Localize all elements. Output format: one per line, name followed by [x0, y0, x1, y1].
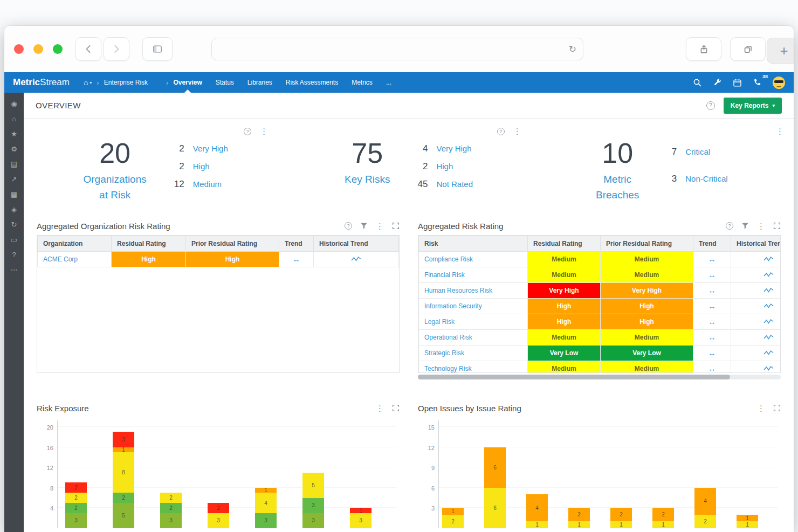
bar-segment-orange[interactable]: 2 — [568, 508, 590, 521]
bar-segment-yellow[interactable]: 1 — [737, 521, 758, 528]
bar-segment-yellow[interactable]: 8 — [113, 452, 134, 493]
bar-segment-orange[interactable]: 2 — [652, 508, 674, 521]
expand-icon[interactable] — [392, 404, 400, 412]
historical-trend-icon[interactable] — [731, 361, 781, 374]
nav-tab-status[interactable]: Status — [216, 79, 234, 86]
bar-segment-yellow[interactable]: 5 — [302, 473, 324, 498]
column-header[interactable]: Prior Residual Rating — [186, 236, 279, 252]
horizontal-scrollbar[interactable] — [418, 375, 781, 379]
new-tab-button[interactable]: + — [767, 38, 794, 64]
bar-segment-orange[interactable]: 1 — [113, 447, 134, 452]
nav-tab-overview[interactable]: Overview — [173, 79, 202, 86]
more-icon[interactable]: ⋯ — [11, 266, 18, 273]
reload-icon[interactable]: ↻ — [569, 44, 576, 55]
expand-icon[interactable] — [773, 222, 781, 230]
risk-link[interactable]: Operational Risk — [419, 330, 528, 346]
column-header[interactable]: Risk — [419, 236, 528, 252]
bar-segment-green[interactable]: 2 — [113, 493, 134, 503]
historical-trend-icon[interactable] — [731, 330, 781, 346]
bar-segment-red[interactable]: 2 — [208, 503, 229, 513]
breadcrumb-enterprise-risk[interactable]: Enterprise Risk — [104, 79, 148, 86]
bar-segment-dgreen[interactable]: 3 — [160, 513, 182, 528]
browser-forward-button[interactable] — [104, 37, 129, 61]
column-header[interactable]: Trend — [279, 236, 314, 252]
historical-trend-icon[interactable] — [731, 299, 781, 314]
nav-tab-libraries[interactable]: Libraries — [247, 79, 272, 86]
bar-segment-dgreen[interactable]: 3 — [302, 513, 324, 528]
column-header[interactable]: Residual Rating — [112, 236, 186, 252]
report-icon[interactable]: ▤ — [11, 161, 17, 168]
help-icon[interactable]: ? — [497, 128, 505, 135]
bar-segment-orange[interactable]: 1 — [442, 508, 464, 515]
filter-icon[interactable] — [741, 222, 749, 230]
bar-segment-red[interactable]: 1 — [350, 508, 372, 513]
bar-segment-yellow[interactable]: 1 — [568, 521, 590, 528]
bar-segment-orange[interactable]: 1 — [737, 515, 758, 522]
bar-segment-green[interactable]: 3 — [255, 513, 277, 528]
breakdown-label[interactable]: Very High — [193, 144, 228, 153]
close-window-button[interactable] — [14, 44, 24, 54]
calendar-icon[interactable] — [733, 78, 742, 87]
column-header[interactable]: Trend — [693, 236, 731, 252]
nav-tab-more[interactable]: ... — [386, 79, 391, 86]
tab-overview-button[interactable] — [730, 37, 766, 61]
risk-link[interactable]: Compliance Risk — [419, 252, 528, 267]
bar-segment-yellow[interactable]: 2 — [65, 493, 87, 503]
chart-icon[interactable]: ↗ — [11, 176, 17, 183]
risk-link[interactable]: Information Security — [419, 299, 528, 314]
column-header[interactable]: Organization — [38, 236, 112, 252]
historical-trend-icon[interactable] — [731, 314, 781, 330]
risk-link[interactable]: Financial Risk — [419, 267, 528, 283]
column-header[interactable]: Prior Residual Rating — [601, 236, 693, 252]
bar-segment-yellow[interactable]: 2 — [694, 515, 716, 528]
archive-icon[interactable]: ▭ — [11, 236, 17, 243]
bar-segment-yellow[interactable]: 2 — [442, 515, 464, 528]
nav-tab-risk-assessments[interactable]: Risk Assessments — [286, 79, 338, 86]
favorites-icon[interactable]: ★ — [11, 130, 17, 137]
kebab-menu-icon[interactable]: ⋮ — [513, 127, 521, 135]
historical-trend-icon[interactable] — [731, 252, 781, 267]
kebab-menu-icon[interactable]: ⋮ — [757, 404, 765, 412]
breakdown-label[interactable]: Non-Critical — [685, 174, 727, 183]
bar-segment-dgreen[interactable]: 5 — [113, 503, 134, 528]
breakdown-label[interactable]: High — [436, 162, 453, 171]
bar-segment-red[interactable]: 2 — [65, 482, 87, 493]
scrollbar-thumb[interactable] — [418, 375, 730, 379]
bar-segment-yellow[interactable]: 1 — [652, 521, 674, 528]
breakdown-label[interactable]: Very High — [436, 144, 471, 153]
home-icon[interactable]: ⌂ — [12, 115, 16, 122]
tools-icon[interactable] — [713, 78, 722, 87]
bar-segment-yellow[interactable]: 1 — [610, 521, 632, 528]
column-header[interactable]: Residual Rating — [528, 236, 601, 252]
address-bar[interactable]: ↻ — [211, 38, 583, 60]
breakdown-label[interactable]: High — [193, 162, 210, 171]
bar-segment-red[interactable]: 3 — [113, 432, 134, 447]
risk-icon[interactable]: ◈ — [11, 206, 17, 213]
help-icon[interactable]: ? — [244, 128, 251, 135]
bar-segment-yellow[interactable]: 1 — [526, 521, 548, 528]
home-icon[interactable]: ⌂▾ — [84, 78, 92, 87]
help-icon[interactable]: ? — [726, 222, 733, 230]
column-header[interactable]: Historical Trend — [314, 236, 399, 252]
kebab-menu-icon[interactable]: ⋮ — [376, 404, 384, 412]
bar-segment-yellow[interactable]: 2 — [160, 493, 182, 503]
historical-trend-icon[interactable] — [731, 267, 781, 283]
help-icon[interactable]: ? — [12, 251, 16, 258]
risk-link[interactable]: Legal Risk — [419, 314, 528, 330]
kebab-menu-icon[interactable]: ⋮ — [776, 127, 784, 135]
stat-label[interactable]: Organizations at Risk — [84, 172, 147, 203]
help-icon[interactable]: ? — [706, 101, 715, 110]
bar-segment-dgreen[interactable]: 3 — [65, 513, 87, 528]
nav-tab-metrics[interactable]: Metrics — [352, 79, 373, 86]
breakdown-label[interactable]: Critical — [685, 147, 710, 156]
metricstream-logo[interactable]: MetricStream — [13, 77, 70, 88]
breakdown-label[interactable]: Medium — [193, 179, 222, 189]
bar-segment-orange[interactable]: 1 — [255, 488, 277, 493]
kebab-menu-icon[interactable]: ⋮ — [376, 222, 384, 230]
risk-link[interactable]: Human Resources Risk — [419, 283, 528, 299]
filter-icon[interactable] — [360, 222, 368, 230]
bar-segment-orange[interactable]: 6 — [484, 447, 506, 488]
organization-link[interactable]: ACME Corp — [38, 252, 112, 267]
historical-trend-icon[interactable] — [731, 346, 781, 361]
grid-icon[interactable]: ▦ — [11, 191, 17, 198]
